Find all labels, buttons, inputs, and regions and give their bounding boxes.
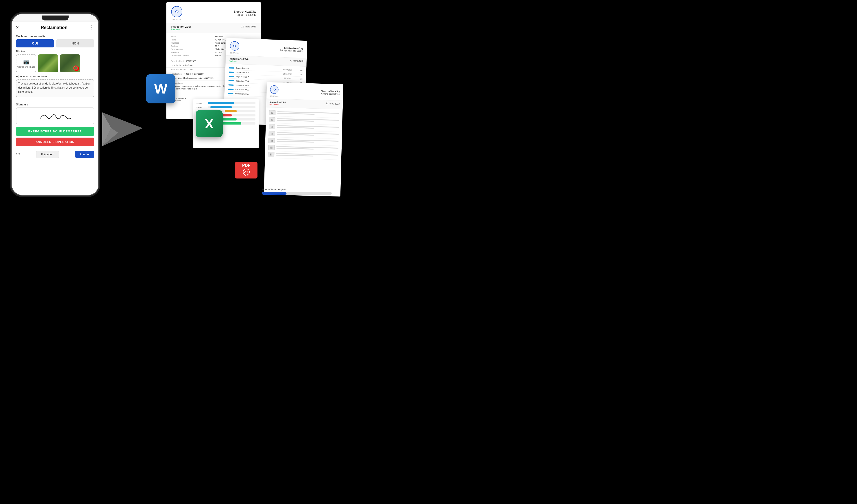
doc1-inspection-title: Inspection 29-A: [171, 25, 191, 28]
doc3-date: 20 mars 2023: [326, 102, 339, 105]
gantt-row-2: Fournil: [197, 106, 255, 108]
heures-value: 2.5 h: [188, 69, 192, 71]
anomaly-footer: Anomalies corrigées: [262, 188, 332, 195]
phone-content: × Réclamation ⋮ Déclarer une anomalie OU…: [12, 22, 98, 195]
more-icon[interactable]: ⋮: [89, 24, 94, 30]
anomaly-line-short: [277, 120, 314, 122]
visit-bar-1: [229, 67, 234, 69]
phone-notch: [41, 16, 69, 20]
visit-bar-7: [228, 93, 233, 94]
comment-label: Ajouter un commentaire: [16, 75, 94, 78]
photo-thumb-2[interactable]: [60, 54, 80, 72]
visit-status-3: Ok: [298, 77, 302, 80]
gantt-label-1: Contôl.: [197, 102, 207, 104]
photo-thumb-1[interactable]: [38, 54, 58, 72]
anomaly-img-2: 🖼: [269, 117, 275, 122]
visit-status-1: Ok: [298, 69, 303, 71]
anomaly-lines-7: [276, 153, 338, 158]
gantt-bar-1: [208, 102, 234, 104]
visit-status-2: Ok: [298, 73, 302, 76]
non-button[interactable]: NON: [56, 39, 94, 48]
cancel-nav-button[interactable]: Annuler: [75, 151, 94, 158]
debut-label: Date de début: [171, 60, 184, 62]
phone-mockup: × Réclamation ⋮ Déclarer une anomalie OU…: [11, 14, 99, 195]
doc2-title-block: Electro-NextCity Récapitulatif des visit…: [280, 46, 303, 52]
doc1-title-block: Electro-NextCity Rapport d'activité: [234, 10, 256, 16]
manager-label: Manager: [171, 42, 213, 44]
anomaly-line-short: [276, 148, 314, 150]
add-photo-button[interactable]: 📷 Ajouter une image: [16, 54, 36, 72]
local-value: N 483430°E 17E9050°: [184, 73, 204, 75]
statut-label: Statut: [171, 36, 213, 38]
heures-label: Total des heures: [171, 69, 186, 71]
doc2-subtitle: Récapitulatif des visites: [280, 49, 303, 52]
prev-button[interactable]: Précédent: [36, 151, 59, 158]
add-image-label: Ajouter une image: [17, 66, 35, 68]
anomaly-progress-bar: [262, 192, 332, 195]
close-icon[interactable]: ×: [16, 24, 19, 30]
anomaly-lines-6: [276, 146, 338, 151]
gantt-bar-2: [211, 106, 232, 108]
doc1-insp-info: Inspection 29-A Réalisée: [171, 25, 191, 31]
doc3-logo: [270, 85, 279, 94]
anomaly-img-1: 🖼: [269, 110, 276, 115]
word-letter: W: [154, 82, 168, 96]
gantt-bar-3: [225, 110, 237, 112]
comment-input[interactable]: Travaux de réparation de la plateforme d…: [16, 79, 94, 97]
task-value: Contrôle des équipements 29647/WDO: [178, 77, 214, 79]
doc1-subtitle: Rapport d'activité: [234, 13, 256, 16]
phone-header: × Réclamation ⋮: [16, 22, 94, 32]
visit-date-1: 13/03/2023: [283, 69, 297, 71]
pdf-icon: PDF: [235, 162, 257, 187]
visit-bar-5: [228, 84, 234, 86]
visit-name-2: Inspection 29-A: [236, 71, 281, 75]
anomaly-lines-3: [277, 125, 339, 130]
anomaly-label: Déclarer une anomalie: [16, 35, 94, 38]
anomaly-toggle: OUI NON: [16, 39, 94, 48]
debut-value: 13/03/2023: [186, 60, 196, 62]
pdf-text: PDF: [242, 163, 250, 168]
fin-label: Date de fin: [171, 64, 181, 67]
poste-label: Poste: [171, 39, 213, 41]
doc1-header: COMPANY Electro-NextCity Rapport d'activ…: [166, 2, 261, 23]
corrective-actions-doc: COMPANY Electro-NextCity Actions correct…: [264, 82, 343, 197]
anomaly-line-short: [276, 155, 314, 156]
doc1-logo: [171, 6, 183, 18]
excel-letter: X: [205, 116, 214, 131]
doc1-company-label: COMPANY: [171, 19, 183, 20]
doc1-status: Réalisée: [171, 28, 191, 31]
signature-box[interactable]: [16, 107, 94, 124]
visit-bar-2: [229, 71, 234, 73]
doc1-company-name: Electro-NextCity: [234, 10, 256, 13]
save-button[interactable]: ENREGISTRER POUR DEMARRER: [16, 127, 94, 136]
anomaly-line-short: [277, 113, 315, 115]
doc3-subtitle: Actions correctives: [321, 92, 340, 95]
doc3-header: COMPANY Electro-NextCity Actions correct…: [267, 82, 343, 101]
doc3-status: Anomalies: [269, 103, 286, 106]
doc2-insp-info: Inspections 29-A Réalisée: [229, 57, 249, 63]
doc1-inspection-bar: Inspection 29-A Réalisée 20 mars 2023: [166, 23, 261, 33]
visit-bar-4: [229, 80, 234, 81]
gantt-bar-wrap-1: [208, 102, 255, 104]
doc3-logo-wrap: COMPANY: [270, 85, 279, 97]
oui-button[interactable]: OUI: [16, 39, 54, 48]
phone-notch-bar: [12, 14, 98, 22]
anomaly-line-short: [277, 127, 314, 128]
signature-drawing: [37, 110, 73, 122]
doc2-header: COMPANY Electro-NextCity Récapitulatif d…: [226, 38, 307, 58]
doc3-insp-info: Inspection 29-A Anomalies: [269, 101, 286, 106]
doc2-logo: [230, 41, 240, 51]
cancel-operation-button[interactable]: ANNULER L'OPERATION: [16, 138, 94, 146]
anomaly-img-7: 🖼: [268, 152, 274, 157]
photos-label: Photos: [16, 50, 94, 53]
anomaly-footer-label: Anomalies corrigées: [262, 188, 332, 191]
visit-date-2: 14/03/2023: [283, 73, 296, 75]
paper-plane-icon: [100, 110, 145, 149]
anomaly-img-4: 🖼: [269, 131, 275, 136]
page-indicator: 2/2: [16, 153, 20, 156]
anomaly-image-list: 🖼 🖼 🖼 🖼: [265, 107, 343, 162]
collaborateur-label: Collaborateur: [171, 48, 213, 50]
camera-icon: 📷: [23, 59, 29, 65]
pdf-acrobat-symbol: [242, 168, 251, 177]
matricule-label: Matricule: [171, 51, 213, 53]
